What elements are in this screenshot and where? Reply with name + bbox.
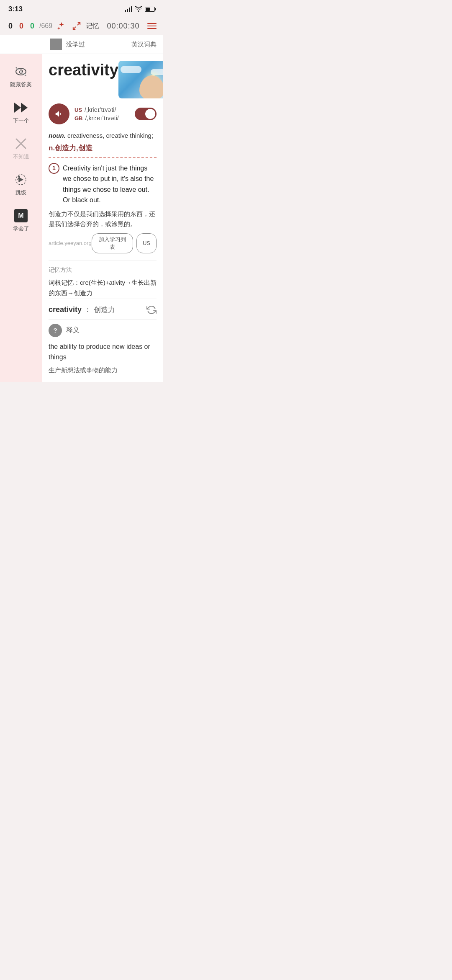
card-header: 没学过 英汉词典 [0, 35, 163, 54]
example-source: article.yeeyan.org [49, 240, 92, 246]
translation-row: creativity ： 创造力 [49, 299, 157, 319]
exp-label: 释义 [66, 326, 80, 335]
status-time: 3:13 [8, 5, 23, 13]
us-phonetic: /ˌkrieɪˈtɪvəti/ [85, 106, 116, 113]
card-status-box [50, 39, 62, 50]
skip-icon [13, 172, 28, 187]
def-main: noun. creativeness, creative thinking; [49, 131, 157, 141]
gb-phonetic: /ˌkriːeɪˈtɪvəti/ [85, 115, 119, 121]
svg-marker-7 [21, 103, 28, 113]
content-area: creativity US /ˌkrieɪˈtɪvəti/ [42, 54, 163, 382]
translation-zh: 创造力 [94, 305, 146, 315]
battery-icon [145, 7, 155, 12]
word-image [118, 61, 163, 98]
phonetic-us-row: US /ˌkrieɪˈtɪvəti/ [74, 106, 119, 113]
magic-icon[interactable] [56, 20, 67, 32]
battery-fill [146, 8, 150, 11]
memory-content: 词根记忆：cre(生长)+ativity→生长出新的东西→创造力 [49, 277, 157, 299]
refresh-icon[interactable] [146, 305, 157, 315]
gb-label: GB [74, 115, 83, 121]
eye-slash-icon [13, 64, 28, 79]
toggle-knob [145, 109, 155, 119]
m-badge-icon: M [13, 208, 28, 223]
dashed-divider [49, 157, 157, 158]
sidebar-item-skip[interactable]: 跳级 [0, 169, 42, 200]
main-layout: 隐藏答案 下一个 不知道 [0, 54, 163, 382]
svg-line-1 [73, 27, 76, 29]
status-icons [125, 6, 155, 13]
exp-text-zh: 生产新想法或事物的能力 [49, 365, 157, 375]
phonetic-gb-row: GB /ˌkriːeɪˈtɪvəti/ [74, 115, 119, 121]
memory-label: 记忆 [86, 22, 99, 31]
status-bar: 3:13 [0, 0, 163, 17]
toolbar: 0 0 0 /669 记忆 00:00:30 [0, 17, 163, 35]
example-footer: article.yeeyan.org 加入学习列表 US [49, 233, 157, 253]
example-section: 1 Creativity isn't just the things we ch… [49, 163, 157, 253]
sidebar: 隐藏答案 下一个 不知道 [0, 54, 42, 382]
audio-button[interactable] [49, 103, 69, 124]
sidebar-learned-label: 学会了 [13, 225, 29, 232]
sidebar-item-hide-answer[interactable]: 隐藏答案 [0, 61, 42, 92]
pos-label: noun. [49, 132, 66, 139]
wifi-icon [135, 6, 142, 13]
score-1: 0 [18, 22, 25, 31]
score-2: 0 [28, 22, 36, 31]
example-en-text: Creativity isn't just the things we chos… [63, 163, 157, 206]
x-icon [13, 136, 28, 151]
translation-word: creativity [49, 305, 82, 314]
explanation-section: ? 释义 the ability to produce new ideas or… [49, 319, 157, 375]
add-to-list-button[interactable]: 加入学习列表 [92, 233, 133, 253]
word-title: creativity [49, 61, 118, 80]
translation-colon: ： [84, 305, 91, 315]
us-btn[interactable]: US [136, 233, 157, 253]
sidebar-hide-label: 隐藏答案 [10, 81, 32, 88]
example-actions: 加入学习列表 US [92, 233, 157, 253]
expand-icon[interactable] [71, 20, 82, 32]
sidebar-item-dont-know[interactable]: 不知道 [0, 133, 42, 164]
phonetics: US /ˌkrieɪˈtɪvəti/ GB /ˌkriːeɪˈtɪvəti/ [74, 106, 119, 121]
question-badge: ? [49, 324, 62, 337]
pronunciation-toggle[interactable] [135, 108, 157, 120]
signal-bars-icon [125, 6, 132, 12]
exp-header: ? 释义 [49, 324, 157, 337]
timer: 00:00:30 [103, 22, 144, 31]
word-header: creativity [49, 61, 157, 98]
score-0: 0 [7, 22, 14, 31]
score-total: /669 [39, 22, 52, 30]
dict-label: 英汉词典 [131, 41, 157, 49]
svg-marker-6 [14, 103, 21, 113]
memory-section: 记忆方法 词根记忆：cre(生长)+ativity→生长出新的东西→创造力 [49, 260, 157, 299]
sidebar-dontknow-label: 不知道 [13, 153, 29, 160]
definition-section: noun. creativeness, creative thinking; n… [49, 131, 157, 158]
pronunciation-row: US /ˌkrieɪˈtɪvəti/ GB /ˌkriːeɪˈtɪvəti/ [49, 103, 157, 124]
card-status-label: 没学过 [66, 41, 131, 49]
svg-line-0 [77, 23, 80, 25]
sidebar-skip-label: 跳级 [15, 189, 26, 196]
exp-text-en: the ability to produce new ideas or thin… [49, 341, 157, 363]
menu-icon[interactable] [147, 23, 157, 29]
def-chinese: n.创造力,创造 [49, 143, 157, 153]
example-num: 1 [49, 163, 59, 174]
example-zh: 创造力不仅是我们选择采用的东西，还是我们选择舍弃的，或涂黑的。 [49, 209, 157, 229]
sidebar-item-next[interactable]: 下一个 [0, 97, 42, 128]
sidebar-item-learned[interactable]: M 学会了 [0, 205, 42, 236]
memory-title: 记忆方法 [49, 266, 157, 274]
sidebar-next-label: 下一个 [13, 117, 29, 124]
us-label: US [74, 107, 82, 113]
svg-marker-11 [19, 177, 23, 182]
synonyms: creativeness, creative thinking; [67, 132, 153, 139]
example-en: 1 Creativity isn't just the things we ch… [49, 163, 157, 206]
fast-forward-icon [13, 100, 28, 115]
